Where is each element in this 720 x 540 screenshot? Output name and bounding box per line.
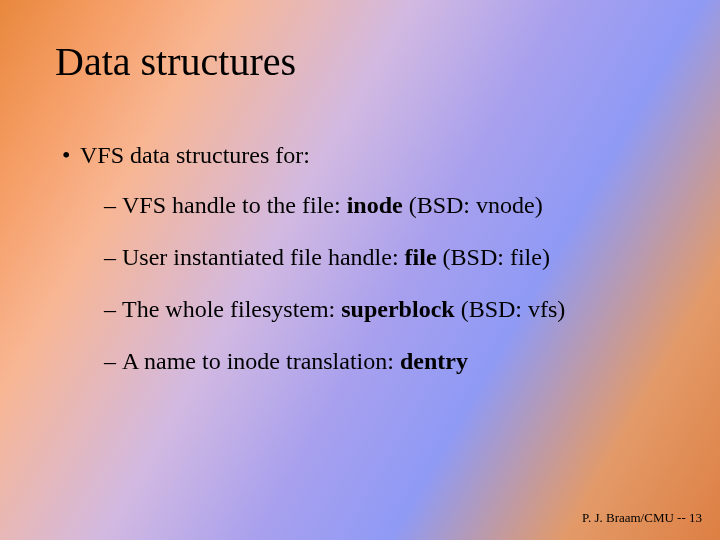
- dash-marker: –: [104, 346, 122, 376]
- dash-marker: –: [104, 294, 122, 324]
- bullet-text: VFS data structures for:: [80, 142, 310, 168]
- bullet-level2: –User instantiated file handle: file (BS…: [104, 242, 680, 272]
- sub-bold: dentry: [400, 348, 468, 374]
- sub-bold: file: [405, 244, 437, 270]
- sub-pre: User instantiated file handle:: [122, 244, 405, 270]
- dash-marker: –: [104, 190, 122, 220]
- sub-bold: superblock: [341, 296, 454, 322]
- sub-post: (BSD: file): [437, 244, 550, 270]
- sub-pre: A name to inode translation:: [122, 348, 400, 374]
- bullet-level1: •VFS data structures for:: [62, 140, 680, 170]
- bullet-level2: –VFS handle to the file: inode (BSD: vno…: [104, 190, 680, 220]
- slide: Data structures •VFS data structures for…: [0, 0, 720, 540]
- bullet-level2: –The whole filesystem: superblock (BSD: …: [104, 294, 680, 324]
- bullet-level2: –A name to inode translation: dentry: [104, 346, 680, 376]
- slide-content: •VFS data structures for: –VFS handle to…: [62, 140, 680, 398]
- bullet-marker: •: [62, 140, 80, 170]
- sub-pre: VFS handle to the file:: [122, 192, 347, 218]
- sub-post: (BSD: vfs): [455, 296, 566, 322]
- sub-bold: inode: [347, 192, 403, 218]
- dash-marker: –: [104, 242, 122, 272]
- slide-footer: P. J. Braam/CMU -- 13: [582, 510, 702, 526]
- sub-pre: The whole filesystem:: [122, 296, 341, 322]
- slide-title: Data structures: [55, 38, 296, 85]
- sub-post: (BSD: vnode): [403, 192, 543, 218]
